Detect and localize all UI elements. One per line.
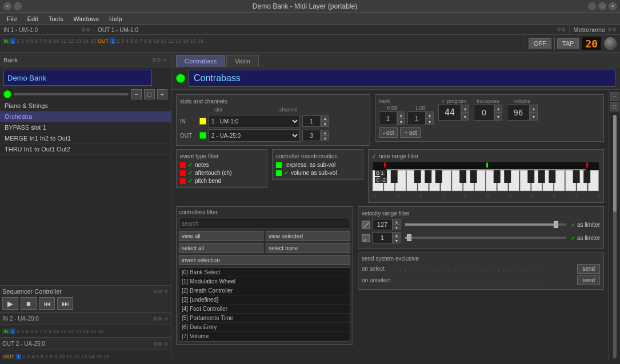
svg-rect-22 [414,170,421,183]
menu-help[interactable]: Help [105,14,127,23]
ctrl-item[interactable]: [6] Data Entry [179,323,350,332]
invert-selection-btn[interactable]: invert selection [179,255,350,265]
bank-volume-slider[interactable] [14,93,129,95]
sysex-on-unselect-send-btn[interactable]: send [577,275,600,285]
metro-knob[interactable] [604,37,617,50]
seq-stop-btn[interactable]: ■ [21,297,37,310]
in-channel-up[interactable]: ▲ [321,115,329,121]
program-down[interactable]: ▼ [461,113,469,121]
in-slot-select[interactable]: 1 - UM-1:0 [209,115,300,127]
in-channel-input[interactable] [302,115,321,127]
lsb-down[interactable]: ▼ [426,118,434,125]
patch-item[interactable]: Piano & Strings [0,101,171,111]
ctrl-item[interactable]: [0] Bank Select [179,268,350,277]
sidebar-copy-btn[interactable]: □ [610,102,619,111]
seq-rewind-btn[interactable]: ⏮ [39,297,55,310]
volume-vertical-slider[interactable] [613,115,617,358]
seq-fastfwd-btn[interactable]: ⏭ [57,297,73,310]
sidebar-minus-btn[interactable]: − [610,92,619,101]
ctrl-item[interactable]: [4] Foot Controller [179,305,350,314]
program-up[interactable]: ▲ [461,105,469,113]
patch-item[interactable]: THRU In1 to Out1 Out2 [0,144,171,155]
channel-header: channel [279,107,298,113]
oct-minus-btn[interactable]: - oct [379,127,398,138]
msb-input[interactable] [379,111,397,125]
in2-label: IN 2 - UA-25:0 [2,315,39,322]
select-none-btn[interactable]: select none [266,243,350,253]
metronome-controls: OFF TAP 20 [525,35,620,52]
in-channel-down[interactable]: ▼ [321,121,329,127]
view-all-btn[interactable]: view all [179,231,263,241]
ctrl-item[interactable]: [3] {undefined} [179,295,350,305]
close-btn[interactable]: × [3,2,11,10]
sysex-on-unselect-data: . . . . . . . . . . . . . . . . . . . . … [399,277,574,283]
msb-up[interactable]: ▲ [397,111,405,118]
svg-rect-36 [363,235,370,242]
out-channel-input[interactable] [302,130,321,141]
vel-low-slider[interactable] [405,237,566,239]
out-slot-select[interactable]: 2 - UA-25:0 [209,129,300,142]
ctrl-item[interactable]: [8] Balance [179,341,350,342]
bank-copy-btn[interactable]: □ [144,89,155,99]
transpose-down[interactable]: ▼ [494,113,502,121]
svg-rect-21 [391,170,398,183]
out-channel-up[interactable]: ▲ [321,130,329,135]
vel-high-up[interactable]: ▲ [393,219,401,225]
vel-low-down[interactable]: ▼ [393,238,401,243]
metro-tap-button[interactable]: TAP [557,38,579,49]
ctrl-item[interactable]: [1] Modulation Wheel [179,277,350,286]
minimize-btn[interactable]: − [14,2,22,10]
ctrl-item[interactable]: [2] Breath Controller [179,286,350,295]
vel-high-input[interactable] [372,219,393,230]
seq-play-btn[interactable]: ▶ [2,297,18,310]
patch-item[interactable]: MERGE In1 In2 to Out1 [0,133,171,144]
vel-low-up[interactable]: ▲ [393,232,401,238]
close-btn-r[interactable]: × [609,2,617,10]
bank-minus-btn[interactable]: − [131,89,141,99]
vel-high-down[interactable]: ▼ [393,225,401,230]
ctrl-item[interactable]: [7] Volume [179,332,350,341]
ctrl-search-input[interactable] [179,218,350,229]
patch-item-selected[interactable]: Orchestra [0,111,171,122]
vel-low-input[interactable] [372,232,393,243]
slot-header: slot [214,107,222,113]
out-channel-down[interactable]: ▼ [321,135,329,141]
bank-add-btn[interactable]: + [157,89,167,99]
note-range-check: ✓ [372,153,377,159]
program-input[interactable] [438,105,461,121]
out-indicator [199,132,206,139]
select-all-btn[interactable]: select all [179,243,263,253]
vel-high-icon [362,221,370,229]
lsb-input[interactable] [407,111,426,125]
view-selected-btn[interactable]: view selected [266,231,350,241]
volume-up[interactable]: ▲ [530,105,538,113]
bank-name-input[interactable] [3,70,152,86]
menu-edit[interactable]: Edit [23,14,43,23]
transpose-up[interactable]: ▲ [494,105,502,113]
oct-plus-btn[interactable]: + oct [400,127,421,138]
transpose-input[interactable] [474,105,494,121]
transpose-label: transpose [477,98,499,104]
ctrl-item[interactable]: [5] Portamento Time [179,314,350,323]
patch-item[interactable]: BYPASS slot 1 [0,122,171,133]
msb-down[interactable]: ▼ [397,118,405,125]
patch-name-input[interactable] [189,70,615,87]
sysex-on-select-send-btn[interactable]: send [577,264,600,274]
metro-off-button[interactable]: OFF [529,38,551,49]
tab-violin[interactable]: Violin [226,55,259,67]
notes-label: notes [195,162,209,168]
menu-tools[interactable]: Tools [44,14,68,23]
svg-rect-33 [583,170,590,183]
menu-windows[interactable]: Windows [69,14,103,23]
volume-down[interactable]: ▼ [530,113,538,121]
tab-contrabass[interactable]: Contrabass [176,55,225,67]
title-bar-right-controls: − □ × [588,2,617,10]
svg-rect-29 [527,170,534,183]
volume-input[interactable] [507,105,530,121]
max-btn-r[interactable]: □ [598,2,606,10]
lsb-up[interactable]: ▲ [426,111,434,118]
vel-high-slider[interactable] [405,223,566,226]
slots-channels-title: slots and channels [180,98,366,105]
menu-file[interactable]: File [2,14,22,23]
min-btn-r[interactable]: − [588,2,596,10]
